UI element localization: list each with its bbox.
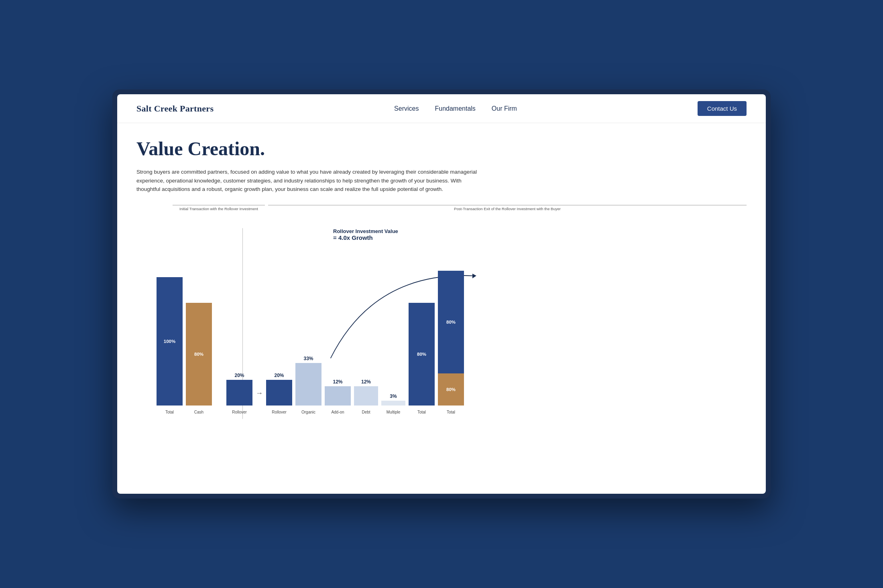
- bar-rollover1-top: 20%: [234, 373, 244, 378]
- navbar: Salt Creek Partners Services Fundamental…: [117, 94, 766, 123]
- bar-organic-caption: Organic: [297, 410, 321, 414]
- bar-total3-caption: Total: [439, 410, 463, 414]
- bar-addon-top: 12%: [333, 379, 342, 385]
- bar-total3-bottom-label: 80%: [446, 387, 456, 392]
- bar-total2-label: 80%: [417, 352, 426, 357]
- bar-cash-caption: Cash: [187, 410, 211, 414]
- nav-fundamentals[interactable]: Fundamentals: [435, 105, 475, 112]
- bar-addon-caption: Add-on: [326, 410, 350, 414]
- bar-debt-top: 12%: [361, 379, 371, 385]
- bar-total1: 100% Total: [157, 277, 183, 406]
- bar-addon: 12% Add-on: [325, 379, 351, 406]
- bar-cash: 80% Cash: [186, 303, 212, 406]
- main-content: Value Creation. Strong buyers are commit…: [117, 123, 766, 494]
- bar-total3-top-label: 80%: [446, 320, 456, 324]
- screen: Salt Creek Partners Services Fundamental…: [117, 94, 766, 494]
- bar-rollover2: 20% Rollover: [266, 373, 292, 406]
- bar-rollover1-caption: Rollover: [228, 410, 252, 414]
- nav-our-firm[interactable]: Our Firm: [492, 105, 517, 112]
- bar-multiple-caption: Multiple: [381, 410, 405, 414]
- page-title: Value Creation.: [136, 138, 747, 160]
- page-description: Strong buyers are committed partners, fo…: [136, 168, 486, 194]
- bar-multiple: 3% Multiple: [381, 393, 405, 406]
- bar-rollover2-caption: Rollover: [267, 410, 291, 414]
- bar-total2-caption: Total: [410, 410, 434, 414]
- bar-rollover2-top: 20%: [274, 373, 284, 378]
- bar-organic: 33% Organic: [295, 356, 321, 406]
- contact-us-button[interactable]: Contact Us: [698, 101, 747, 116]
- bar-organic-top: 33%: [303, 356, 313, 361]
- section-post-label: Post-Transaction Exit of the Rollover In…: [454, 207, 561, 211]
- bar-total2: 80% Total: [409, 303, 435, 406]
- bar-cash-label: 80%: [194, 352, 203, 357]
- bars-area: 100% Total 80% Cash: [136, 219, 747, 406]
- bar-total1-caption: Total: [158, 410, 182, 414]
- brand-logo: Salt Creek Partners: [136, 103, 214, 114]
- nav-links: Services Fundamentals Our Firm: [394, 105, 517, 112]
- bar-debt: 12% Debt: [354, 379, 378, 406]
- bar-total3: 80% 80% Total: [438, 271, 464, 406]
- nav-services[interactable]: Services: [394, 105, 419, 112]
- section-labels: Initial Transaction with the Rollover In…: [153, 205, 747, 216]
- section-initial-label: Initial Transaction with the Rollover In…: [179, 207, 258, 211]
- monitor: Salt Creek Partners Services Fundamental…: [112, 89, 771, 499]
- chart-container: Initial Transaction with the Rollover In…: [136, 205, 747, 418]
- bar-rollover1: 20% Rollover: [226, 373, 252, 406]
- bar-total1-label: 100%: [164, 339, 175, 344]
- bar-multiple-top: 3%: [390, 393, 397, 399]
- arrow-between: →: [256, 389, 263, 406]
- bar-debt-caption: Debt: [354, 410, 378, 414]
